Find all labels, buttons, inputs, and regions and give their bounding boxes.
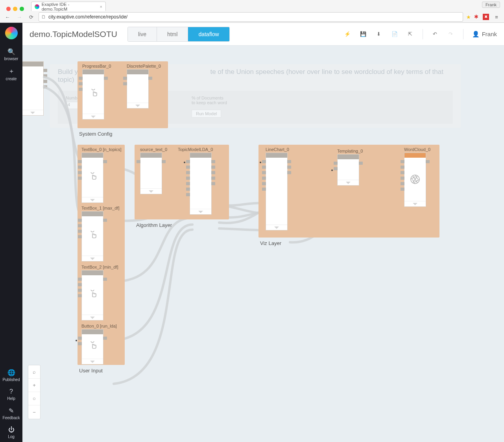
app-logo-icon[interactable] [5, 27, 18, 39]
rail-feedback[interactable]: ✎Feedback [0, 404, 22, 423]
url-text: city.exaptive.com/reference/repos/ide/ [48, 14, 127, 20]
user-icon: 👤 [472, 31, 480, 38]
separator [423, 29, 423, 39]
node-wordcloud[interactable]: WordCloud_0 [404, 147, 430, 207]
search-icon: 🔍 [0, 48, 22, 55]
touch-icon [88, 231, 97, 241]
share-icon[interactable]: ⇱ [407, 31, 414, 38]
node-topicmodellda[interactable]: TopicModelLDA_0 [190, 147, 213, 215]
node-progressbar[interactable]: ProgressBar_0 [82, 64, 111, 120]
reload-button[interactable]: ⟳ [27, 13, 35, 21]
group-label: Algorithm Layer [136, 222, 172, 228]
address-bar[interactable]: 🗋 city.exaptive.com/reference/repos/ide/ [39, 12, 463, 22]
group-viz[interactable]: Viz Layer LineChart_0 Templating_0 [258, 145, 439, 238]
node-discretepalette[interactable]: DiscretePalette_0 [127, 64, 161, 109]
zoom-in[interactable]: + [28, 379, 40, 392]
rail-browser[interactable]: 🔍browser [0, 45, 22, 64]
save-icon[interactable]: 💾 [360, 31, 367, 38]
feedback-icon: ✎ [0, 407, 22, 414]
offscreen-node[interactable] [22, 61, 44, 116]
tab-live[interactable]: live [128, 27, 157, 41]
back-button[interactable]: ← [3, 13, 12, 21]
favicon-icon [35, 4, 39, 9]
separator [463, 29, 463, 39]
page-icon: 🗋 [41, 14, 46, 20]
close-icon[interactable] [6, 7, 11, 11]
window-controls[interactable] [3, 4, 27, 11]
maximize-icon[interactable] [20, 7, 24, 11]
rail-published[interactable]: 🌐Published [0, 366, 22, 385]
plus-icon: ＋ [0, 67, 22, 76]
touch-icon [88, 341, 97, 352]
tab-html[interactable]: html [157, 27, 188, 41]
minimize-icon[interactable] [13, 7, 17, 11]
star-icon[interactable]: ★ [466, 14, 471, 20]
download-icon[interactable]: ⬇ [375, 31, 382, 38]
page-title: demo.TopicModelSOTU [30, 29, 117, 39]
node-textbox-mindf[interactable]: TextBox_2 [min_df] [81, 265, 118, 320]
file-icon[interactable]: 📄 [391, 31, 398, 38]
rail-help[interactable]: ?Help [0, 385, 22, 404]
close-tab-icon[interactable]: × [100, 4, 102, 9]
node-textbox-ntopics[interactable]: TextBox_0 [n_topics] [81, 147, 122, 203]
node-templating[interactable]: Templating_0 [337, 149, 363, 186]
browser-tab[interactable]: Exaptive IDE - demo.TopicM × [31, 2, 106, 11]
left-rail: 🔍browser ＋create 🌐Published ?Help ✎Feedb… [0, 23, 22, 442]
log-icon: ⏻ [0, 426, 22, 433]
node-sourcetext[interactable]: source_text_0 [140, 147, 167, 194]
node-button-runlda[interactable]: Button_0 [run_lda] [81, 324, 117, 365]
touch-icon [89, 89, 98, 99]
zoom-out[interactable]: − [28, 405, 40, 419]
undo-icon[interactable]: ↶ [432, 31, 439, 38]
rail-log[interactable]: ⏻Log [0, 423, 22, 442]
browser-chrome: Frank Exaptive IDE - demo.TopicM × ← → ⟳… [0, 0, 504, 23]
tab-title: Exaptive IDE - demo.TopicM [42, 2, 95, 11]
group-label: User Input [79, 368, 103, 374]
extension-icon[interactable]: ✱ [474, 14, 480, 20]
browser-profile[interactable]: Frank [482, 2, 500, 8]
tab-dataflow[interactable]: dataflow [188, 27, 229, 41]
view-mode-tabs: live html dataflow [127, 27, 230, 42]
node-textbox-maxdf[interactable]: TextBox_1 [max_df] [81, 206, 120, 262]
menu-icon[interactable]: ≡ [492, 13, 501, 21]
touch-icon [88, 172, 97, 182]
forward-button: → [15, 13, 24, 21]
zoom-search[interactable]: ⌕ [28, 365, 40, 379]
redo-icon: ↷ [447, 31, 454, 38]
user-menu[interactable]: 👤Frank [472, 31, 497, 38]
node-linechart[interactable]: LineChart_0 [266, 147, 289, 230]
group-label: System Config [79, 131, 113, 137]
extension-icon[interactable]: ✖ [483, 14, 489, 20]
app-header: demo.TopicModelSOTU live html dataflow ⚡… [22, 23, 504, 46]
group-system-config[interactable]: System Config ProgressBar_0 DiscretePale… [78, 61, 168, 128]
aperture-icon [410, 174, 420, 184]
group-user-input[interactable]: User Input TextBox_0 [n_topics] TextBox_… [78, 145, 125, 365]
zoom-controls: ⌕ + ○ − [28, 365, 41, 419]
rail-create[interactable]: ＋create [0, 64, 22, 84]
zoom-fit[interactable]: ○ [28, 392, 40, 405]
group-algorithm[interactable]: Algorithm Layer source_text_0 TopicModel… [135, 145, 229, 219]
help-icon: ? [0, 388, 22, 395]
globe-icon: 🌐 [0, 369, 22, 376]
touch-icon [88, 290, 97, 300]
ghost-run-button: Run Model [192, 110, 221, 118]
dataflow-canvas[interactable]: Build yo XXXXXXXXXXXXXXXXXXXXXXXXXXXX te… [22, 46, 504, 442]
group-label: Viz Layer [260, 240, 281, 246]
bolt-icon[interactable]: ⚡ [344, 31, 351, 38]
